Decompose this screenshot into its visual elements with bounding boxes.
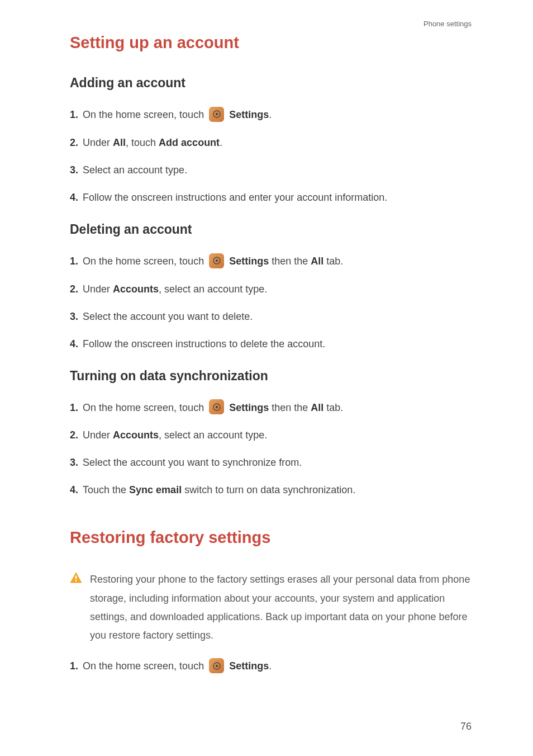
svg-point-7 — [75, 580, 77, 582]
warning-icon — [70, 572, 82, 585]
svg-rect-6 — [75, 576, 77, 579]
text-bold: Settings — [229, 109, 269, 120]
text-bold: Accounts — [113, 284, 159, 295]
text-fragment: , select an account type. — [159, 284, 267, 295]
step-item: 2. Under All, touch Add account. — [70, 135, 472, 150]
text-fragment: On the home screen, touch — [83, 256, 207, 267]
text-bold: Sync email — [129, 484, 182, 495]
text-fragment: Under — [83, 284, 113, 295]
step-number: 4. — [70, 190, 78, 205]
svg-point-3 — [215, 259, 218, 262]
steps-restoring-factory: 1. On the home screen, touch Settings. — [70, 659, 472, 674]
step-text: Under All, touch Add account. — [83, 135, 222, 150]
heading-restoring-factory: Restoring factory settings — [70, 528, 472, 547]
step-text: On the home screen, touch Settings. — [83, 659, 272, 674]
text-fragment: tab. — [323, 256, 343, 267]
text-bold: Add account — [159, 137, 220, 148]
step-text: Under Accounts, select an account type. — [83, 428, 267, 443]
text-fragment: tab. — [323, 402, 343, 413]
warning-block: Restoring your phone to the factory sett… — [70, 570, 472, 645]
step-text: Select an account type. — [83, 163, 187, 178]
settings-icon — [209, 658, 224, 673]
step-item: 1. On the home screen, touch Settings th… — [70, 254, 472, 270]
text-fragment: On the home screen, touch — [83, 660, 207, 672]
steps-data-sync: 1. On the home screen, touch Settings th… — [70, 400, 472, 498]
step-number: 1. — [70, 659, 78, 674]
step-number: 2. — [70, 428, 78, 443]
text-fragment: . — [269, 109, 272, 120]
step-number: 2. — [70, 135, 78, 150]
step-item: 2. Under Accounts, select an account typ… — [70, 282, 472, 297]
step-text: Under Accounts, select an account type. — [83, 282, 267, 297]
text-bold: Accounts — [113, 429, 159, 441]
step-number: 1. — [70, 254, 78, 269]
step-number: 3. — [70, 309, 78, 324]
steps-adding-account: 1. On the home screen, touch Settings. 2… — [70, 107, 472, 205]
step-text: Follow the onscreen instructions and ent… — [83, 190, 387, 205]
step-text: Follow the onscreen instructions to dele… — [83, 337, 325, 352]
step-item: 4. Follow the onscreen instructions to d… — [70, 337, 472, 352]
text-bold: Settings — [229, 402, 269, 413]
step-item: 2. Under Accounts, select an account typ… — [70, 428, 472, 443]
steps-deleting-account: 1. On the home screen, touch Settings th… — [70, 254, 472, 352]
step-number: 3. — [70, 455, 78, 470]
step-text: Touch the Sync email switch to turn on d… — [83, 483, 355, 498]
heading-deleting-account: Deleting an account — [70, 222, 472, 237]
text-bold: All — [113, 137, 126, 148]
settings-icon — [209, 399, 224, 414]
text-fragment: , touch — [126, 137, 159, 148]
heading-adding-account: Adding an account — [70, 75, 472, 91]
step-item: 3. Select the account you want to delete… — [70, 309, 472, 324]
step-item: 3. Select an account type. — [70, 163, 472, 178]
step-item: 4. Touch the Sync email switch to turn o… — [70, 483, 472, 498]
text-bold: All — [311, 402, 323, 413]
svg-point-1 — [215, 113, 218, 116]
step-text: On the home screen, touch Settings then … — [83, 400, 343, 416]
heading-setting-up-account: Setting up an account — [70, 34, 472, 52]
page-content: Setting up an account Adding an account … — [0, 0, 533, 674]
text-fragment: then the — [269, 256, 311, 267]
step-item: 3. Select the account you want to synchr… — [70, 455, 472, 470]
text-fragment: On the home screen, touch — [83, 109, 207, 120]
step-number: 1. — [70, 400, 78, 415]
svg-point-5 — [215, 406, 218, 409]
warning-text: Restoring your phone to the factory sett… — [90, 570, 472, 645]
text-bold: Settings — [229, 660, 269, 672]
step-text: Select the account you want to synchroni… — [83, 455, 302, 470]
step-number: 4. — [70, 483, 78, 498]
step-item: 1. On the home screen, touch Settings. — [70, 659, 472, 674]
step-text: On the home screen, touch Settings then … — [83, 254, 343, 270]
step-number: 3. — [70, 163, 78, 178]
text-fragment: , select an account type. — [159, 429, 267, 441]
text-bold: All — [311, 256, 323, 267]
heading-data-sync: Turning on data synchronization — [70, 368, 472, 384]
settings-icon — [209, 107, 224, 122]
step-text: Select the account you want to delete. — [83, 309, 253, 324]
step-item: 1. On the home screen, touch Settings th… — [70, 400, 472, 416]
text-fragment: On the home screen, touch — [83, 402, 207, 413]
settings-icon — [209, 253, 224, 268]
text-bold: Settings — [229, 256, 269, 267]
step-item: 4. Follow the onscreen instructions and … — [70, 190, 472, 205]
page-number: 76 — [460, 721, 472, 733]
text-fragment: Under — [83, 137, 113, 148]
step-number: 2. — [70, 282, 78, 297]
text-fragment: switch to turn on data synchronization. — [182, 484, 355, 495]
step-number: 4. — [70, 337, 78, 352]
step-number: 1. — [70, 107, 78, 122]
text-fragment: . — [220, 137, 222, 148]
text-fragment: . — [269, 660, 272, 672]
step-item: 1. On the home screen, touch Settings. — [70, 107, 472, 123]
page-header-breadcrumb: Phone settings — [423, 20, 472, 28]
svg-point-9 — [215, 664, 218, 667]
text-fragment: then the — [269, 402, 311, 413]
text-fragment: Touch the — [83, 484, 129, 495]
text-fragment: Under — [83, 429, 113, 441]
step-text: On the home screen, touch Settings. — [83, 107, 272, 123]
